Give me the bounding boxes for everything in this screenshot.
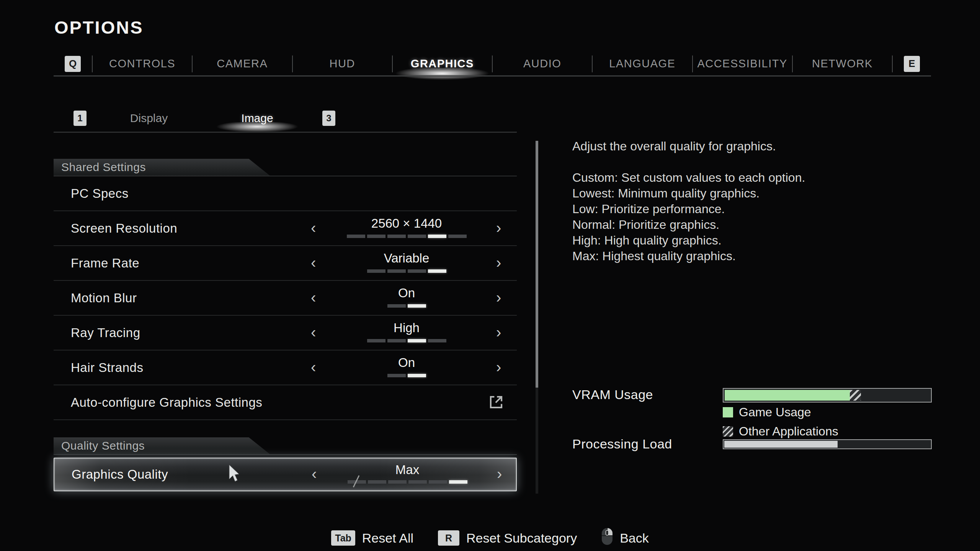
increase-arrow-icon[interactable]: › xyxy=(496,289,501,305)
increase-arrow-icon[interactable]: › xyxy=(496,324,501,339)
setting-label: PC Specs xyxy=(71,186,129,201)
level-segment xyxy=(387,269,406,273)
row-ray-tracing[interactable]: Ray Tracing‹High› xyxy=(54,316,517,350)
setting-value: High xyxy=(345,321,469,335)
section-header-shape: Quality Settings xyxy=(54,437,270,454)
level-segment xyxy=(367,339,385,342)
footer-bar: TabReset AllRReset SubcategoryBack xyxy=(0,527,980,549)
section-header-quality-settings: Quality Settings xyxy=(54,437,517,455)
level-segment xyxy=(408,480,427,484)
section-header-label: Shared Settings xyxy=(54,159,270,176)
tab-bar: QCONTROLSCAMERAHUDGRAPHICSAUDIOLANGUAGEA… xyxy=(54,52,931,75)
subtab-image[interactable]: Image xyxy=(211,108,303,128)
key-3-icon: 3 xyxy=(322,111,335,126)
vram-usage-bar xyxy=(723,388,932,403)
level-segment xyxy=(367,269,385,273)
level-segment xyxy=(428,235,446,238)
row-auto-configure-graphics-settings[interactable]: Auto-configure Graphics Settings xyxy=(54,385,517,420)
tab-underline xyxy=(54,75,931,77)
tab-network[interactable]: NETWORK xyxy=(793,52,892,75)
level-segment xyxy=(387,304,406,308)
setting-value: Variable xyxy=(345,251,469,266)
setting-value: 980 × 551 xyxy=(345,216,469,231)
level-segment xyxy=(408,269,426,273)
tab-hud[interactable]: HUD xyxy=(293,52,392,75)
setting-level-indicator xyxy=(345,374,469,377)
key-tab-icon: Tab xyxy=(331,530,355,546)
footer-action-back[interactable]: Back xyxy=(601,528,649,548)
setting-label: Graphics Quality xyxy=(72,467,168,482)
decrease-arrow-icon[interactable]: ‹ xyxy=(311,289,316,305)
footer-action-reset-subcategory[interactable]: RReset Subcategory xyxy=(438,530,577,546)
settings-list: Shared SettingsPC SpecsScreen Resolution… xyxy=(54,159,517,491)
row-graphics-quality[interactable]: Graphics Quality‹Max› xyxy=(54,458,517,491)
row-hair-strands[interactable]: Hair Strands‹On› xyxy=(54,350,517,385)
description-option-line: Low: Prioritize performance. xyxy=(572,201,924,217)
decrease-arrow-icon[interactable]: ‹ xyxy=(311,359,316,374)
setting-value: Max xyxy=(345,463,469,477)
decrease-arrow-icon[interactable]: ‹ xyxy=(311,220,316,235)
tab-camera[interactable]: CAMERA xyxy=(193,52,292,75)
setting-level-indicator xyxy=(345,480,469,484)
decrease-arrow-icon[interactable]: ‹ xyxy=(311,324,316,339)
description-option-line: Max: Highest quality graphics. xyxy=(572,248,924,264)
row-motion-blur[interactable]: Motion Blur‹On› xyxy=(54,281,517,316)
setting-label: Ray Tracing xyxy=(71,326,140,340)
tab-controls[interactable]: CONTROLS xyxy=(93,52,192,75)
increase-arrow-icon[interactable]: › xyxy=(496,220,501,235)
decrease-arrow-icon[interactable]: ‹ xyxy=(311,254,316,270)
increase-arrow-icon[interactable]: › xyxy=(496,359,501,374)
legend-other-applications: Other Applications xyxy=(723,424,838,439)
scrollbar-track[interactable] xyxy=(536,141,538,494)
description-option-line: Custom: Set custom values to each option… xyxy=(572,170,924,186)
level-segment xyxy=(449,480,467,484)
mouse-cursor-icon xyxy=(229,465,240,484)
subtab-display[interactable]: Display xyxy=(87,108,211,128)
row-pc-specs[interactable]: PC Specs xyxy=(54,176,517,211)
level-segment xyxy=(408,339,426,342)
processing-load-fill xyxy=(724,441,838,448)
row-screen-resolution[interactable]: Screen Resolution‹980 × 551› xyxy=(54,211,517,246)
legend-label: Other Applications xyxy=(739,424,838,439)
setting-value: On xyxy=(345,355,469,370)
level-segment xyxy=(368,480,386,484)
level-segment xyxy=(367,235,385,238)
description-option-line: Normal: Prioritize graphics. xyxy=(572,217,924,233)
setting-label: Screen Resolution xyxy=(71,221,177,236)
legend-label: Game Usage xyxy=(739,405,811,419)
level-segment xyxy=(387,235,406,238)
footer-action-label: Reset Subcategory xyxy=(466,531,577,546)
increase-arrow-icon[interactable]: › xyxy=(496,254,501,270)
footer-action-label: Back xyxy=(620,531,649,546)
key-e-icon: E xyxy=(904,56,920,72)
row-frame-rate[interactable]: Frame Rate‹Variable› xyxy=(54,246,517,281)
level-segment xyxy=(387,339,406,342)
page-title: OPTIONS xyxy=(54,17,144,38)
tab-graphics[interactable]: GRAPHICS xyxy=(393,52,492,75)
setting-label: Frame Rate xyxy=(71,256,139,271)
tab-separator xyxy=(892,55,893,72)
tab-audio[interactable]: AUDIO xyxy=(493,52,592,75)
setting-label: Hair Strands xyxy=(71,360,143,375)
level-segment xyxy=(387,374,406,377)
subtab-bar: 1DisplayImage3 xyxy=(54,108,517,128)
level-segment xyxy=(347,235,365,238)
tab-language[interactable]: LANGUAGE xyxy=(593,52,692,75)
increase-arrow-icon[interactable]: › xyxy=(497,466,502,481)
external-link-icon xyxy=(488,395,504,410)
decrease-arrow-icon[interactable]: ‹ xyxy=(312,466,317,481)
section-header-shape: Shared Settings xyxy=(54,159,270,176)
setting-level-indicator xyxy=(345,304,469,308)
setting-label: Auto-configure Graphics Settings xyxy=(71,395,262,410)
game-usage-swatch-icon xyxy=(723,407,733,417)
key-r-icon: R xyxy=(438,530,459,546)
section-header-label: Quality Settings xyxy=(54,437,270,454)
level-segment xyxy=(348,480,366,484)
level-segment xyxy=(448,235,467,238)
description-summary: Adjust the overall quality for graphics. xyxy=(572,139,924,154)
footer-action-reset-all[interactable]: TabReset All xyxy=(331,530,413,546)
setting-label: Motion Blur xyxy=(71,291,137,305)
footer-action-label: Reset All xyxy=(362,531,413,546)
scrollbar-thumb[interactable] xyxy=(536,141,538,388)
tab-accessibility[interactable]: ACCESSIBILITY xyxy=(693,52,792,75)
